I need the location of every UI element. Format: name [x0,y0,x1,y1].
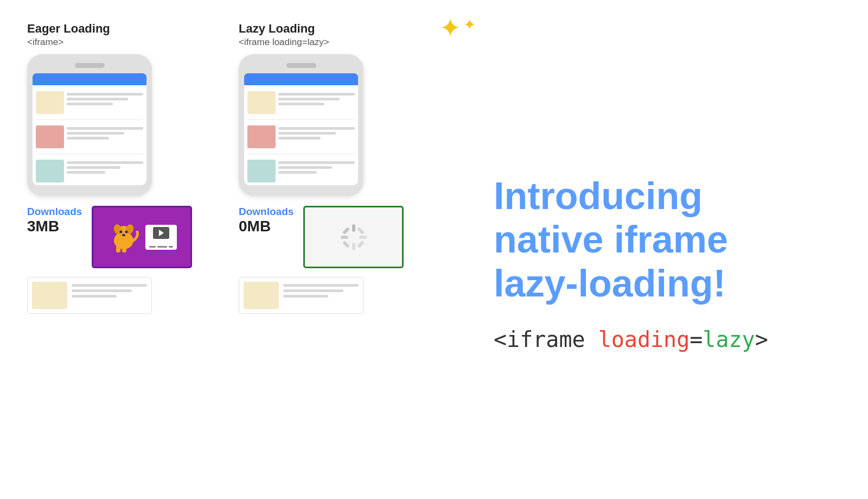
eager-below-card [27,277,152,314]
lazy-label-row: Lazy Loading <iframe loading=lazy> [239,22,329,48]
right-section: Introducing native iframe lazy-loading! … [461,22,841,483]
code-bracket-open: <iframe [494,327,598,352]
card-image-red-1 [36,125,64,148]
phone-notch-lazy [286,63,316,68]
svg-rect-12 [359,236,367,239]
phone-notch [75,63,105,68]
code-equals: = [690,327,703,352]
eager-iframe-preview [92,206,192,268]
eager-column: Eager Loading <iframe> [27,22,212,483]
card-image-yellow-2 [247,91,276,114]
lazy-downloads-value: 0MB [239,218,293,235]
lazy-subtitle: <iframe loading=lazy> [239,37,329,48]
svg-rect-15 [342,240,350,248]
svg-rect-14 [357,226,365,234]
dog-icon [107,221,140,254]
card-image-red-2 [247,125,276,148]
code-lazy-keyword: lazy [703,327,755,352]
svg-rect-10 [352,243,355,250]
svg-rect-7 [116,246,120,252]
video-player-icon [145,225,177,250]
card-image-yellow-1 [36,91,64,114]
card-image-teal-2 [247,160,276,182]
code-bracket-close: > [755,327,768,352]
lazy-screen [244,73,358,185]
lazy-column: Lazy Loading <iframe loading=lazy> [239,22,423,483]
sparkle-small-icon: ✦ [463,17,476,33]
lazy-below-card [239,277,363,314]
svg-rect-16 [357,240,365,248]
sparkle-decoration: ✦ ✦ [439,15,476,41]
eager-downloads-value: 3MB [27,218,82,235]
eager-downloads-row: Downloads 3MB [27,206,212,268]
code-tag-display: <iframe loading=lazy> [494,327,841,352]
lazy-downloads-row: Downloads 0MB [239,206,423,268]
below-card-image-lazy [244,282,279,309]
lazy-title: Lazy Loading [239,22,329,36]
eager-phone [27,54,152,196]
eager-title: Eager Loading [27,22,110,36]
svg-rect-11 [341,236,348,239]
sparkle-big-icon: ✦ [439,15,461,41]
eager-label: Eager Loading <iframe> [27,22,110,48]
lazy-phone [239,54,363,196]
svg-point-5 [125,230,127,233]
eager-downloads-label: Downloads [27,206,82,218]
hero-text: Introducing native iframe lazy-loading! [494,174,841,306]
eager-subtitle: <iframe> [27,37,110,48]
eager-downloads-info: Downloads 3MB [27,206,82,235]
svg-point-6 [122,234,125,236]
lazy-downloads-label: Downloads [239,206,293,218]
svg-rect-9 [352,224,355,232]
lazy-downloads-info: Downloads 0MB [239,206,293,235]
svg-point-4 [119,230,122,233]
card-image-teal-1 [36,160,64,182]
code-loading-keyword: loading [598,327,690,352]
eager-screen [33,73,146,185]
svg-rect-13 [342,226,350,234]
lazy-label: Lazy Loading <iframe loading=lazy> [239,22,329,48]
below-card-image-eager [32,282,67,309]
svg-rect-8 [122,246,126,252]
loading-spinner-icon [337,221,370,254]
lazy-iframe-preview [303,206,404,268]
